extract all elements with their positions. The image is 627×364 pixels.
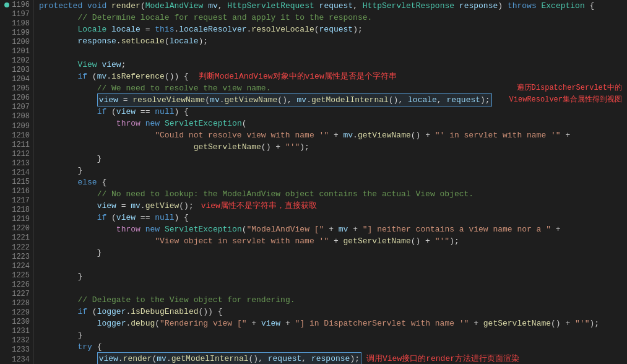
code-line-1222: if (logger.isDebugEnabled()) {: [39, 306, 627, 318]
line-meta-1225: 1225: [0, 271, 33, 280]
code-line-1219: }: [39, 271, 627, 282]
code-line-1226: view.render(mv.getModelInternal(), reque…: [39, 353, 627, 364]
line-meta-1197: 1197: [0, 9, 33, 19]
line-meta-1220: 1220: [0, 224, 33, 233]
code-line-1221: // Delegate to the View object for rende…: [39, 294, 627, 306]
code-line-1217: }: [39, 247, 627, 259]
line-number-1196: 1196: [11, 1, 31, 9]
code-line-1209: }: [39, 153, 627, 165]
code-line-1199: response.setLocale(locale);: [39, 35, 627, 47]
code-line-1220: [39, 282, 627, 294]
line-meta-1231: 1231: [0, 327, 33, 336]
code-line-1210: }: [39, 165, 627, 176]
line-meta-1233: 1233: [0, 345, 33, 355]
code-line-1218: [39, 259, 627, 271]
line-number-1203: 1203: [11, 66, 31, 74]
editor-container: 1196 1197 1198 1199 1200 1201 1202 1203 …: [0, 0, 627, 364]
line-number-1218: 1218: [11, 206, 31, 214]
code-line-1200: [39, 47, 627, 59]
line-number-1213: 1213: [11, 159, 31, 168]
code-line-1212: // No need to lookup: the ModelAndView o…: [39, 188, 627, 200]
line-number-1211: 1211: [11, 141, 31, 149]
line-number-1231: 1231: [11, 327, 31, 336]
code-line-1204: view = resolveViewName(mv.getViewName(),…: [39, 94, 627, 106]
code-line-1208: getServletName() + "'");: [39, 141, 627, 153]
line-number-1214: 1214: [11, 168, 31, 177]
line-number-1207: 1207: [11, 103, 31, 111]
line-number-1220: 1220: [11, 224, 31, 233]
line-number-1230: 1230: [11, 318, 31, 326]
line-meta-1207: 1207: [0, 103, 33, 112]
line-number-1197: 1197: [11, 10, 31, 19]
line-meta-1234: 1234: [0, 355, 33, 364]
line-number-1204: 1204: [11, 75, 31, 84]
line-meta-1216: 1216: [0, 187, 33, 196]
line-meta-1200: 1200: [0, 37, 33, 46]
line-meta-1196: 1196: [0, 0, 33, 9]
line-meta-1202: 1202: [0, 56, 33, 65]
code-line-1207: "Could not resolve view with name '" + m…: [39, 129, 627, 141]
line-meta-1214: 1214: [0, 168, 33, 177]
code-content-area: protected void render(ModelAndView mv, H…: [34, 0, 627, 364]
code-line-1214: if (view == null) {: [39, 212, 627, 223]
code-line-1225: try {: [39, 341, 627, 353]
code-line-1198: Locale locale = this.localeResolver.reso…: [39, 24, 627, 35]
line-meta-1222: 1222: [0, 243, 33, 252]
line-number-1219: 1219: [11, 215, 31, 223]
line-meta-1217: 1217: [0, 196, 33, 206]
code-line-1203: // We need to resolve the view name. 遍历D…: [39, 82, 627, 94]
line-number-1210: 1210: [11, 131, 31, 140]
line-number-1205: 1205: [11, 84, 31, 93]
line-meta-1221: 1221: [0, 233, 33, 243]
line-number-1199: 1199: [11, 28, 31, 37]
line-number-1224: 1224: [11, 262, 31, 271]
line-meta-1203: 1203: [0, 66, 33, 75]
line-number-1201: 1201: [11, 47, 31, 56]
breakpoint-dot[interactable]: [4, 2, 9, 7]
code-line-1202: if (mv.isReference()) { 判断ModelAndView对象…: [39, 71, 627, 82]
code-line-1205: if (view == null) {: [39, 106, 627, 118]
line-meta-1212: 1212: [0, 149, 33, 158]
line-meta-1215: 1215: [0, 177, 33, 186]
line-meta-1223: 1223: [0, 252, 33, 261]
line-number-gutter: 1196 1197 1198 1199 1200 1201 1202 1203 …: [0, 0, 34, 364]
line-number-1223: 1223: [11, 253, 31, 261]
line-meta-1227: 1227: [0, 289, 33, 298]
code-line-1201: View view;: [39, 59, 627, 71]
line-number-1221: 1221: [11, 233, 31, 242]
line-meta-1211: 1211: [0, 140, 33, 149]
line-number-1222: 1222: [11, 243, 31, 252]
code-line-1223: logger.debug("Rendering view [" + view +…: [39, 318, 627, 329]
line-meta-1219: 1219: [0, 215, 33, 224]
line-number-1208: 1208: [11, 112, 31, 121]
code-line-1215: throw new ServletException("ModelAndView…: [39, 223, 627, 235]
line-number-1216: 1216: [11, 187, 31, 196]
code-line-1206: throw new ServletException(: [39, 118, 627, 129]
line-meta-1204: 1204: [0, 75, 33, 84]
line-meta-1232: 1232: [0, 336, 33, 345]
line-meta-1205: 1205: [0, 84, 33, 93]
line-number-1232: 1232: [11, 336, 31, 345]
line-meta-1208: 1208: [0, 112, 33, 121]
code-line-1197: // Determine locale for request and appl…: [39, 12, 627, 24]
line-meta-1201: 1201: [0, 46, 33, 56]
line-meta-1218: 1218: [0, 206, 33, 215]
line-number-1206: 1206: [11, 93, 31, 102]
line-meta-1198: 1198: [0, 19, 33, 28]
line-number-1233: 1233: [11, 345, 31, 354]
code-line-1196: protected void render(ModelAndView mv, H…: [39, 0, 627, 12]
line-meta-1226: 1226: [0, 280, 33, 289]
line-number-1227: 1227: [11, 290, 31, 298]
line-meta-1213: 1213: [0, 158, 33, 168]
line-number-1215: 1215: [11, 178, 31, 186]
line-number-1228: 1228: [11, 299, 31, 308]
line-meta-1209: 1209: [0, 121, 33, 131]
line-meta-1224: 1224: [0, 261, 33, 271]
line-meta-1228: 1228: [0, 299, 33, 308]
line-number-1229: 1229: [11, 308, 31, 317]
line-number-1200: 1200: [11, 38, 31, 46]
line-meta-1206: 1206: [0, 93, 33, 103]
line-number-1202: 1202: [11, 56, 31, 65]
line-number-1217: 1217: [11, 196, 31, 205]
line-number-1209: 1209: [11, 122, 31, 131]
